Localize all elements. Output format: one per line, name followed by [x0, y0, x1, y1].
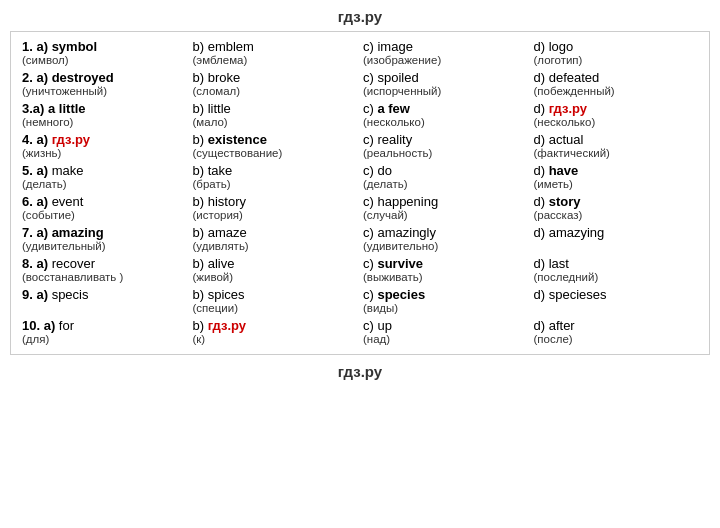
table-row: 5. a) make(делать)b) take(брать)c) do(де… — [19, 162, 701, 191]
table-row: 6. a) event(событие)b) history(история)c… — [19, 193, 701, 222]
translation: (делать) — [22, 178, 187, 190]
list-item: c) happening(случай) — [360, 193, 531, 222]
list-item: 3.a) a little(немного) — [19, 100, 190, 129]
translation: (фактический) — [534, 147, 699, 159]
table-row: 3.a) a little(немного)b) little(мало)c) … — [19, 100, 701, 129]
table-row: 10. a) for(для)b) гдз.ру(к)c) up(над)d) … — [19, 317, 701, 346]
translation: (событие) — [22, 209, 187, 221]
translation: (мало) — [193, 116, 358, 128]
content-box: 1. a) symbol(символ)b) emblem(эмблема)c)… — [10, 31, 710, 355]
translation: (над) — [363, 333, 528, 345]
translation: (логотип) — [534, 54, 699, 66]
list-item: d) story(рассказ) — [531, 193, 702, 222]
list-item: d) last(последний) — [531, 255, 702, 284]
translation: (эмблема) — [193, 54, 358, 66]
translation: (удивительно) — [363, 240, 528, 252]
list-item: 4. a) гдз.ру(жизнь) — [19, 131, 190, 160]
list-item: d) actual(фактический) — [531, 131, 702, 160]
translation: (для) — [22, 333, 187, 345]
list-item: b) broke(сломал) — [190, 69, 361, 98]
list-item: c) reality(реальность) — [360, 131, 531, 160]
list-item: d) after(после) — [531, 317, 702, 346]
list-item: 5. a) make(делать) — [19, 162, 190, 191]
translation: (жизнь) — [22, 147, 187, 159]
list-item: 9. a) specis — [19, 286, 190, 303]
watermark: гдз.ру — [52, 132, 90, 147]
translation: (случай) — [363, 209, 528, 221]
table-row: 2. a) destroyed(уничтоженный)b) broke(сл… — [19, 69, 701, 98]
page-footer: гдз.ру — [10, 363, 710, 380]
list-item: 10. a) for(для) — [19, 317, 190, 346]
list-item: c) survive(выживать) — [360, 255, 531, 284]
translation: (испорченный) — [363, 85, 528, 97]
list-item: b) little(мало) — [190, 100, 361, 129]
list-item: d) have(иметь) — [531, 162, 702, 191]
translation: (делать) — [363, 178, 528, 190]
list-item: b) spices(специи) — [190, 286, 361, 315]
list-item: d) amazying — [531, 224, 702, 241]
table-row: 4. a) гдз.ру(жизнь)b) existence(существо… — [19, 131, 701, 160]
table-row: 9. a) specisb) spices(специи)c) species(… — [19, 286, 701, 315]
list-item: c) spoiled(испорченный) — [360, 69, 531, 98]
list-item: d) specieses — [531, 286, 702, 303]
list-item: d) defeated(побежденный) — [531, 69, 702, 98]
translation: (история) — [193, 209, 358, 221]
watermark: гдз.ру — [549, 101, 587, 116]
table-row: 1. a) symbol(символ)b) emblem(эмблема)c)… — [19, 38, 701, 67]
translation: (удивлять) — [193, 240, 358, 252]
list-item: 2. a) destroyed(уничтоженный) — [19, 69, 190, 98]
translation: (брать) — [193, 178, 358, 190]
list-item: c) a few(несколько) — [360, 100, 531, 129]
translation: (последний) — [534, 271, 699, 283]
translation: (несколько) — [363, 116, 528, 128]
translation: (существование) — [193, 147, 358, 159]
translation: (несколько) — [534, 116, 699, 128]
translation: (специи) — [193, 302, 358, 314]
translation: (восстанавливать ) — [22, 271, 187, 283]
translation: (сломал) — [193, 85, 358, 97]
translation: (после) — [534, 333, 699, 345]
list-item: b) alive(живой) — [190, 255, 361, 284]
list-item: 8. a) recover(восстанавливать ) — [19, 255, 190, 284]
table-row: 7. a) amazing(удивительный)b) amaze(удив… — [19, 224, 701, 253]
translation: (удивительный) — [22, 240, 187, 252]
list-item: b) history(история) — [190, 193, 361, 222]
list-item: d) гдз.ру(несколько) — [531, 100, 702, 129]
translation: (выживать) — [363, 271, 528, 283]
list-item: c) up(над) — [360, 317, 531, 346]
list-item: c) amazingly(удивительно) — [360, 224, 531, 253]
list-item: d) logo(логотип) — [531, 38, 702, 67]
list-item: b) гдз.ру(к) — [190, 317, 361, 346]
translation: (уничтоженный) — [22, 85, 187, 97]
translation: (к) — [193, 333, 358, 345]
translation: (немного) — [22, 116, 187, 128]
list-item: 6. a) event(событие) — [19, 193, 190, 222]
list-item: c) image(изображение) — [360, 38, 531, 67]
list-item: b) take(брать) — [190, 162, 361, 191]
list-item: c) species(виды) — [360, 286, 531, 315]
translation: (живой) — [193, 271, 358, 283]
page-header: гдз.ру — [10, 8, 710, 25]
list-item: 7. a) amazing(удивительный) — [19, 224, 190, 253]
translation: (изображение) — [363, 54, 528, 66]
list-item: b) existence(существование) — [190, 131, 361, 160]
translation: (побежденный) — [534, 85, 699, 97]
watermark: гдз.ру — [208, 318, 246, 333]
table-row: 8. a) recover(восстанавливать )b) alive(… — [19, 255, 701, 284]
translation: (реальность) — [363, 147, 528, 159]
translation: (виды) — [363, 302, 528, 314]
translation: (иметь) — [534, 178, 699, 190]
translation: (символ) — [22, 54, 187, 66]
list-item: 1. a) symbol(символ) — [19, 38, 190, 67]
list-item: b) amaze(удивлять) — [190, 224, 361, 253]
translation: (рассказ) — [534, 209, 699, 221]
list-item: c) do(делать) — [360, 162, 531, 191]
list-item: b) emblem(эмблема) — [190, 38, 361, 67]
